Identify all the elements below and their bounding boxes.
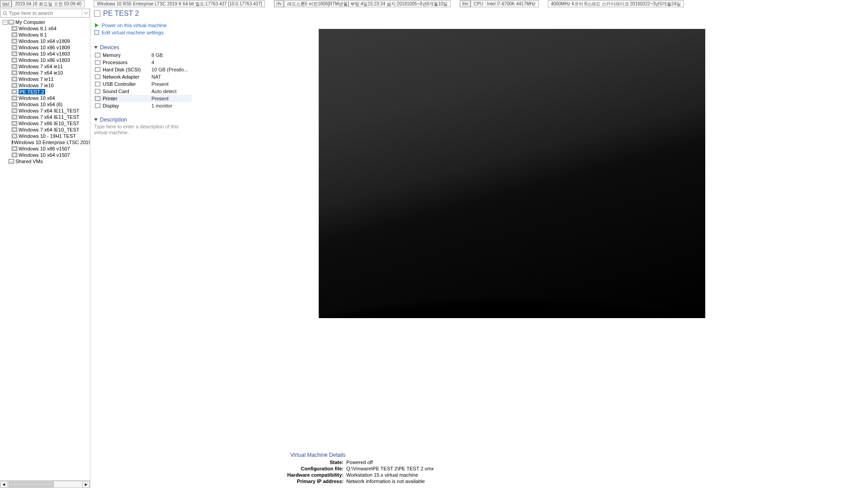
device-row[interactable]: USB ControllerPresent (94, 80, 192, 88)
vm-tree-item[interactable]: Windows 7 x86 IE10_TEST (11, 120, 90, 127)
info-cell-value: Windows 10 RS5 Enterprise LTSC 2019 K 64… (94, 0, 265, 7)
vm-tree-item[interactable]: Windows 8.1 x64 (11, 25, 90, 32)
vm-tree-item-label: Windows 7 x64 IE11_TEST (19, 108, 80, 113)
vm-details-header[interactable]: Virtual Machine Details (290, 452, 868, 458)
search-input[interactable] (9, 9, 82, 17)
device-icon (95, 67, 100, 72)
svg-line-1 (6, 14, 7, 15)
vm-tree-item-label: Windows 7 x64 ie11 (19, 64, 63, 69)
svg-point-0 (3, 11, 6, 14)
search-icon (1, 9, 9, 17)
vm-tree-item[interactable]: Windows 10 Enterprise LTSC 2019 (11, 139, 90, 145)
detail-value: Q:\Vmware\PE TEST 2\PE TEST 2.vmx (346, 466, 434, 472)
device-row[interactable]: Network AdapterNAT (94, 73, 192, 80)
play-icon (94, 23, 99, 28)
vm-preview-area (226, 29, 863, 320)
device-row[interactable]: Display1 monitor (94, 102, 192, 109)
sidebar-horizontal-scrollbar[interactable]: ◄ ► (0, 480, 90, 488)
chevron-down-icon (84, 12, 88, 14)
vm-tree-item[interactable]: Windows 10 x86 v1507 (11, 145, 90, 152)
vm-icon (12, 52, 17, 56)
vm-tree-item-label: Windows 10 x64 (19, 95, 55, 101)
vm-tree-item[interactable]: Windows 10 x64 v1507 (11, 152, 90, 158)
scroll-track[interactable] (8, 481, 82, 488)
vm-tree-item[interactable]: Windows 7 ie11 (11, 76, 90, 82)
vm-tree-item-label: Windows 10 x64 v1809 (19, 38, 70, 44)
device-name: Printer (103, 96, 151, 101)
vm-tree-item[interactable]: Windows 7 x64 IE10_TEST (11, 127, 90, 133)
device-icon (95, 60, 100, 65)
vm-tree-item[interactable]: Windows 7 x64 IE11_TEST (11, 114, 90, 120)
device-row[interactable]: Hard Disk (SCSI)10 GB (Preallo... (94, 66, 192, 73)
shared-icon (9, 159, 14, 164)
detail-key: Primary IP address: (193, 479, 346, 485)
vm-tree-item-label: Windows 7 x64 ie10 (19, 70, 63, 75)
tree-root-my-computer[interactable]: − My Computer (2, 19, 90, 25)
scroll-right-button[interactable]: ► (82, 481, 90, 488)
scroll-thumb[interactable] (9, 482, 54, 487)
vm-tree-item[interactable]: PE TEST 2 (11, 89, 90, 95)
device-value: Auto detect (151, 89, 177, 94)
vm-icon (12, 121, 17, 126)
vm-tree-item[interactable]: Windows 8.1 (11, 32, 90, 38)
vm-icon (12, 45, 17, 50)
power-on-link[interactable]: Power on this virtual machine (94, 22, 192, 29)
info-cell-value: CPU : Intel i7-6700K 4417MHz (471, 0, 539, 7)
info-cell-value: 2019.04.16 화요일 오전 03:09:40 (12, 0, 85, 7)
detail-value: Workstation 15.x virtual machine (346, 472, 418, 479)
device-name: Display (103, 103, 151, 108)
device-row[interactable]: PrinterPresent (94, 95, 192, 102)
vm-tree-item-label: Windows 7 x64 IE11_TEST (19, 114, 80, 120)
vm-tree-item-label: Windows 7 x64 IE10_TEST (19, 127, 80, 132)
vm-tree-item[interactable]: Windows 10 - 19H1 TEST (11, 133, 90, 139)
search-dropdown-button[interactable] (82, 9, 89, 17)
info-cell-value: 4000MHz 4코어 8스레드 스카이레이크 20160322~3년0개월24… (548, 0, 684, 7)
scroll-left-button[interactable]: ◄ (0, 481, 8, 488)
edit-settings-link[interactable]: Edit virtual machine settings (94, 29, 192, 36)
vm-tab-title[interactable]: PE TEST 2 (94, 8, 868, 19)
vm-tree-item-label: Windows 10 x64 (6) (19, 102, 62, 107)
vm-tree-item[interactable]: Windows 7 x64 ie10 (11, 70, 90, 76)
vm-tree-item[interactable]: Windows 10 x64 (6) (11, 101, 90, 108)
vm-tree-item[interactable]: Windows 10 x64 v1809 (11, 38, 90, 44)
detail-value: Network information is not available (346, 479, 425, 485)
device-row[interactable]: Sound CardAuto detect (94, 88, 192, 95)
device-name: Network Adapter (103, 74, 151, 80)
device-row[interactable]: Memory8 GB (94, 52, 192, 59)
vm-detail-row: Hardware compatibility:Workstation 15.x … (193, 472, 868, 479)
vm-tree-item-label: Windows 10 x86 v1803 (19, 57, 70, 63)
description-section-header[interactable]: Description (94, 117, 192, 123)
info-cell-label: qaz (0, 0, 12, 7)
device-icon (95, 96, 100, 101)
vm-tree-item[interactable]: Windows 10 x64 v1803 (11, 51, 90, 57)
description-placeholder[interactable]: Type here to enter a description of this… (94, 124, 184, 136)
tree-label: My Computer (15, 19, 45, 25)
vm-tree-item[interactable]: Windows 10 x86 v1803 (11, 57, 90, 63)
vm-screen-preview[interactable] (319, 29, 705, 318)
vm-icon (12, 64, 17, 69)
vm-tree-item[interactable]: Windows 10 x64 (11, 95, 90, 101)
vm-tree-item[interactable]: Windows 7 x64 IE11_TEST (11, 108, 90, 114)
vm-detail-row: Configuration file:Q:\Vmware\PE TEST 2\P… (193, 466, 868, 472)
device-row[interactable]: Processors4 (94, 59, 192, 66)
vm-icon (12, 146, 17, 151)
device-name: Memory (103, 52, 151, 58)
device-value: Present (151, 96, 169, 101)
vm-tree-item[interactable]: Windows 10 x86 v1809 (11, 44, 90, 51)
device-value: NAT (151, 74, 161, 80)
vm-tree-item[interactable]: Windows 7 x64 ie11 (11, 63, 90, 70)
tree-root-shared-vms[interactable]: Shared VMs (2, 158, 90, 164)
detail-value: Powered off (346, 460, 373, 466)
vm-title-text: PE TEST 2 (103, 9, 139, 18)
device-name: Hard Disk (SCSI) (103, 67, 151, 72)
device-icon (95, 89, 100, 94)
device-icon (95, 75, 100, 79)
vm-tree-item-label: Windows 10 - 19H1 TEST (19, 133, 76, 139)
devices-section-header[interactable]: Devices (94, 44, 192, 51)
computer-icon (9, 20, 14, 24)
vm-icon (12, 115, 17, 119)
vm-tree-item[interactable]: Windows 7 ie10 (11, 82, 90, 89)
collapse-icon[interactable]: − (3, 20, 8, 25)
vm-detail-row: Primary IP address:Network information i… (193, 479, 868, 485)
vm-tree-item-label: Windows 7 ie10 (19, 83, 54, 88)
